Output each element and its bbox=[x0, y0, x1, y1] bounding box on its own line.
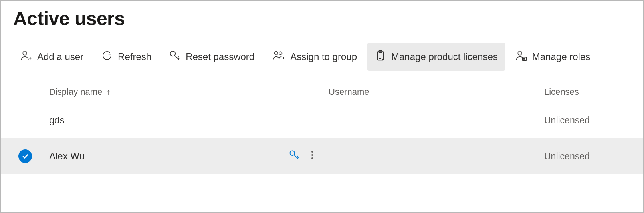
reset-password-row-button[interactable] bbox=[289, 149, 300, 163]
users-table: Display name ↑ Username Licenses gds Unl… bbox=[1, 87, 643, 174]
checked-icon bbox=[18, 149, 32, 163]
table-row[interactable]: gds Unlicensed bbox=[1, 102, 643, 138]
refresh-label: Refresh bbox=[118, 51, 151, 62]
row-checkbox[interactable] bbox=[1, 149, 49, 163]
reset-password-button[interactable]: Reset password bbox=[162, 43, 262, 71]
more-options-button[interactable] bbox=[311, 150, 313, 162]
roles-icon bbox=[515, 50, 527, 64]
row-actions bbox=[289, 149, 329, 163]
key-icon bbox=[169, 50, 181, 64]
column-licenses-label: Licenses bbox=[544, 87, 579, 97]
user-display-name: Alex Wu bbox=[49, 151, 85, 162]
user-display-name: gds bbox=[49, 115, 65, 126]
svg-point-3 bbox=[279, 52, 282, 54]
manage-product-licenses-button[interactable]: Manage product licenses bbox=[367, 43, 505, 71]
svg-point-2 bbox=[275, 52, 278, 55]
column-display-name[interactable]: Display name ↑ bbox=[49, 87, 289, 97]
column-licenses[interactable]: Licenses bbox=[544, 87, 643, 97]
manage-roles-label: Manage roles bbox=[532, 51, 590, 62]
assign-to-group-label: Assign to group bbox=[290, 51, 357, 62]
column-username-label: Username bbox=[329, 87, 369, 97]
table-row[interactable]: Alex Wu bbox=[1, 138, 643, 174]
sort-ascending-icon: ↑ bbox=[106, 88, 111, 96]
svg-point-9 bbox=[311, 151, 313, 153]
page-title: Active users bbox=[1, 1, 643, 41]
column-username[interactable]: Username bbox=[329, 87, 544, 97]
active-users-panel: Active users Add a user Refresh bbox=[0, 0, 644, 213]
command-bar: Add a user Refresh Reset password bbox=[1, 41, 643, 72]
user-licenses: Unlicensed bbox=[544, 151, 590, 161]
manage-product-licenses-label: Manage product licenses bbox=[391, 51, 498, 62]
svg-point-6 bbox=[518, 51, 522, 55]
group-icon bbox=[272, 50, 285, 64]
reset-password-label: Reset password bbox=[186, 51, 254, 62]
svg-point-0 bbox=[23, 51, 27, 55]
column-display-name-label: Display name bbox=[49, 87, 102, 97]
clipboard-icon bbox=[375, 50, 386, 64]
table-header: Display name ↑ Username Licenses bbox=[1, 87, 643, 102]
assign-to-group-button[interactable]: Assign to group bbox=[265, 43, 364, 71]
add-user-button[interactable]: Add a user bbox=[13, 43, 91, 71]
svg-point-11 bbox=[311, 157, 313, 159]
refresh-icon bbox=[101, 50, 113, 64]
add-user-label: Add a user bbox=[37, 51, 83, 62]
manage-roles-button[interactable]: Manage roles bbox=[508, 43, 597, 71]
refresh-button[interactable]: Refresh bbox=[94, 43, 159, 71]
add-user-icon bbox=[20, 50, 32, 64]
svg-point-10 bbox=[311, 154, 313, 156]
user-licenses: Unlicensed bbox=[544, 115, 590, 125]
